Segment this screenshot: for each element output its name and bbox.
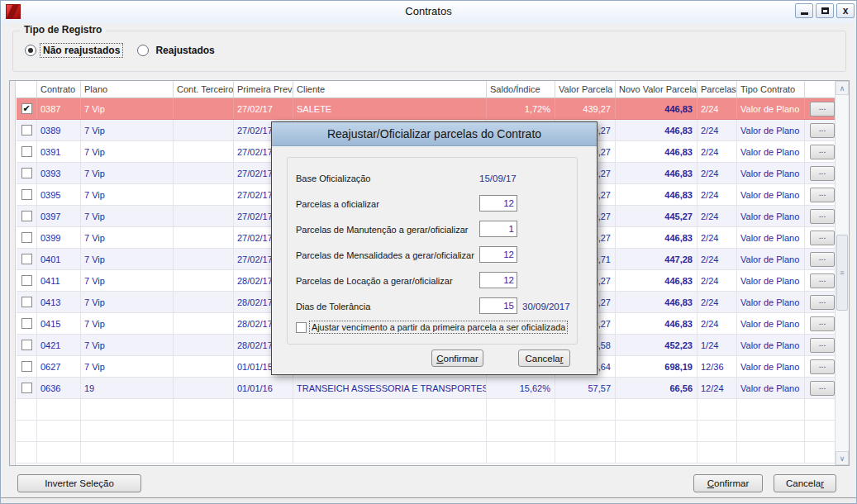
column-header[interactable]: Contrato xyxy=(37,81,81,97)
field-input[interactable] xyxy=(479,272,517,288)
column-header[interactable]: Primeira Prev. xyxy=(234,81,293,97)
radio-nao-reajustados[interactable] xyxy=(25,45,36,56)
cell-contrato: 0627 xyxy=(37,356,81,377)
cell-cont-terceiro xyxy=(174,206,234,226)
cell-saldo-indice: 1,72% xyxy=(487,98,555,119)
cell-plano: 7 Vip xyxy=(81,270,174,291)
field-input[interactable] xyxy=(479,195,517,212)
row-select-checkbox[interactable] xyxy=(17,356,37,377)
radio-reajustados[interactable] xyxy=(137,45,149,56)
close-icon: x xyxy=(843,7,849,15)
row-select-checkbox[interactable] xyxy=(17,141,37,162)
cell-plano: 7 Vip xyxy=(81,249,174,269)
cell-parcelas: 2/24 xyxy=(698,206,737,226)
cell-cont-terceiro xyxy=(174,313,234,334)
table-row[interactable]: ✔03877 Vip27/02/17SALETE1,72%439,27446,8… xyxy=(17,98,835,120)
row-ellipsis-button[interactable]: ... xyxy=(810,231,835,245)
checkbox-icon xyxy=(21,275,32,286)
cell-novo-valor-parcela: 446,83 xyxy=(616,163,698,183)
minimize-icon xyxy=(801,12,808,15)
row-select-checkbox[interactable] xyxy=(17,270,37,291)
row-ellipsis-button[interactable]: ... xyxy=(810,102,835,116)
inverter-selecao-button[interactable]: Inverter Seleção xyxy=(17,474,141,492)
row-select-checkbox[interactable] xyxy=(17,378,37,398)
row-ellipsis-button[interactable]: ... xyxy=(810,166,835,181)
row-ellipsis-button[interactable]: ... xyxy=(810,209,835,224)
cancelar-button[interactable]: Cancelar xyxy=(774,474,836,492)
column-header[interactable]: Cont. Terceiro xyxy=(174,81,234,97)
cell-novo-valor-parcela: 446,83 xyxy=(616,98,698,119)
checkbox-icon xyxy=(21,361,32,372)
cell-novo-valor-parcela: 446,83 xyxy=(616,227,698,248)
scrollbar-down-button[interactable]: ∨ xyxy=(836,451,849,465)
row-ellipsis-button[interactable]: ... xyxy=(810,273,835,288)
dialog-title: Reajustar/Oficializar parcelas do Contra… xyxy=(272,122,597,146)
field-input[interactable] xyxy=(479,297,517,314)
row-select-checkbox[interactable] xyxy=(17,206,37,226)
dialog-cancel-button[interactable]: Cancelar xyxy=(518,349,570,367)
column-header[interactable]: Plano xyxy=(81,81,174,97)
row-select-checkbox[interactable] xyxy=(17,249,37,269)
cell-cliente: TRANSEICH ASSESSORIA E TRANSPORTES S, xyxy=(293,378,487,398)
column-header[interactable]: Tipo Contrato xyxy=(737,81,805,97)
ajustar-vencimento-label[interactable]: Ajustar vencimento a partir da primeira … xyxy=(310,321,567,333)
table-row[interactable]: 06361901/01/16TRANSEICH ASSESSORIA E TRA… xyxy=(17,378,835,399)
column-header[interactable]: Cliente xyxy=(293,81,487,97)
cell-tipo-contrato: Valor de Plano xyxy=(737,120,805,140)
maximize-icon xyxy=(821,7,829,14)
row-ellipsis-button[interactable]: ... xyxy=(810,295,835,310)
maximize-button[interactable] xyxy=(816,3,834,18)
close-button[interactable]: x xyxy=(836,3,855,18)
cell-tipo-contrato: Valor de Plano xyxy=(737,249,805,269)
minimize-button[interactable] xyxy=(795,3,813,18)
field-input[interactable] xyxy=(479,221,517,237)
row-ellipsis-button[interactable]: ... xyxy=(810,145,835,159)
radio-reajustados-label[interactable]: Reajustados xyxy=(153,44,217,57)
ajustar-vencimento-row[interactable]: Ajustar vencimento a partir da primeira … xyxy=(296,321,567,333)
row-select-checkbox[interactable] xyxy=(17,184,37,205)
row-ellipsis-button[interactable]: ... xyxy=(810,252,835,267)
cell-tipo-contrato: Valor de Plano xyxy=(737,184,805,205)
cell-cont-terceiro xyxy=(174,356,234,377)
row-ellipsis-button[interactable]: ... xyxy=(810,316,835,331)
scrollbar-thumb[interactable]: ≡ xyxy=(836,235,848,311)
row-select-checkbox[interactable] xyxy=(17,227,37,248)
column-header[interactable] xyxy=(805,81,835,97)
row-ellipsis-button[interactable]: ... xyxy=(810,338,835,353)
scrollbar-up-button[interactable]: ∧ xyxy=(836,81,849,95)
field-input[interactable] xyxy=(479,246,517,263)
column-header[interactable] xyxy=(17,81,37,97)
column-header[interactable]: Parcelas xyxy=(698,81,737,97)
cell-row-actions: ... xyxy=(805,335,835,355)
cell-parcelas: 2/24 xyxy=(698,292,737,312)
cell-plano: 7 Vip xyxy=(81,206,174,226)
row-select-checkbox[interactable] xyxy=(17,335,37,355)
radio-nao-reajustados-label[interactable]: Não reajustados xyxy=(40,44,122,57)
row-ellipsis-button[interactable]: ... xyxy=(810,359,835,374)
column-header[interactable]: Novo Valor Parcela xyxy=(616,81,698,97)
cell-contrato: 0413 xyxy=(37,292,81,312)
dialog-confirm-button[interactable]: Confirmar xyxy=(431,349,483,367)
ajustar-vencimento-checkbox[interactable] xyxy=(296,322,307,333)
cell-parcelas: 2/24 xyxy=(698,163,737,183)
column-header[interactable]: Saldo/Índice xyxy=(487,81,555,97)
row-select-checkbox[interactable] xyxy=(17,120,37,140)
row-select-checkbox[interactable] xyxy=(17,313,37,334)
dialog-field: Parcelas de Manutenção a gerar/oficializ… xyxy=(288,217,577,243)
cell-tipo-contrato: Valor de Plano xyxy=(737,356,805,377)
checkbox-icon xyxy=(21,211,32,221)
row-ellipsis-button[interactable]: ... xyxy=(810,123,835,138)
row-select-checkbox[interactable] xyxy=(17,292,37,312)
bottom-edge xyxy=(1,497,856,504)
confirmar-button[interactable]: Confirmar xyxy=(693,474,763,492)
vertical-scrollbar[interactable]: ∧ ≡ ∨ xyxy=(835,81,849,465)
row-select-checkbox[interactable]: ✔ xyxy=(17,98,37,119)
cell-cont-terceiro xyxy=(174,270,234,291)
row-select-checkbox[interactable] xyxy=(17,163,37,183)
cell-row-actions: ... xyxy=(805,141,835,162)
row-ellipsis-button[interactable]: ... xyxy=(810,381,835,396)
column-header[interactable]: Valor Parcela xyxy=(555,81,616,97)
cell-primeira-prev: 01/01/16 xyxy=(234,378,293,398)
title-bar: Contratos x xyxy=(1,1,856,23)
row-ellipsis-button[interactable]: ... xyxy=(810,188,835,202)
